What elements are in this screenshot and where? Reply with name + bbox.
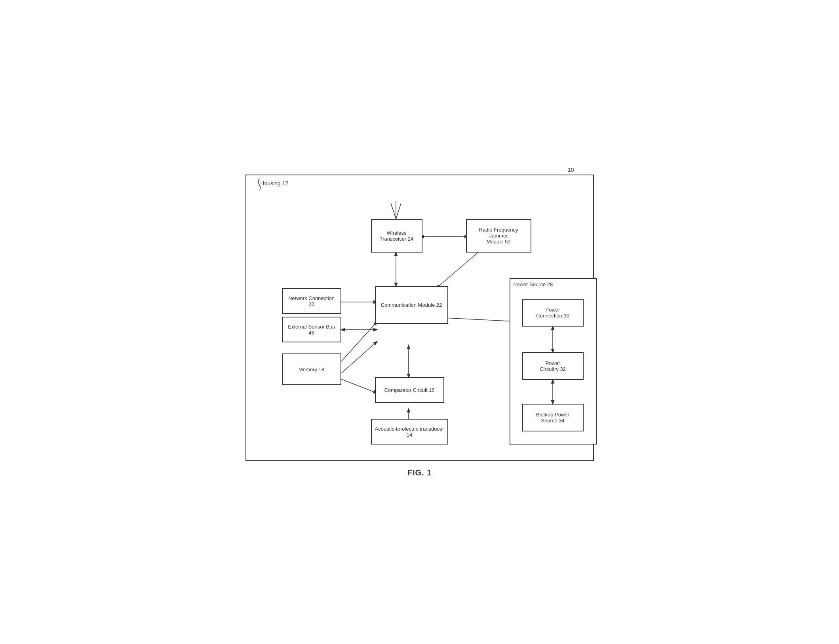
communication-module-block: Communication Module 22 <box>375 286 448 324</box>
svg-line-0 <box>391 203 396 219</box>
housing-label: Housing 12 <box>261 180 289 186</box>
backup-power-block: Backup PowerSource 34 <box>522 404 584 431</box>
svg-line-8 <box>341 322 377 361</box>
power-source-label: Power Source 28 <box>514 281 553 287</box>
svg-line-2 <box>396 203 401 219</box>
rf-jammer-block: Radio Frequency JammerModule 50 <box>466 219 531 253</box>
power-circuitry-block: PowerCircuitry 32 <box>522 352 584 380</box>
svg-line-9 <box>341 342 377 373</box>
acoustic-transducer-block: Acoustic-to-electric transducer14 <box>371 419 448 445</box>
power-source-box: Power Source 28 PowerConnection 30 Power… <box>510 278 597 445</box>
diagram-area: WirelessTransceiver 24 Radio Frequency J… <box>254 195 585 448</box>
svg-line-5 <box>436 253 478 288</box>
main-diagram-box: Housing 12 <box>245 175 594 461</box>
page-container: 10 Housing 12 <box>242 167 598 477</box>
network-connection-block: Network Connection 20 <box>282 288 341 314</box>
memory-block: Memory 18 <box>282 353 341 385</box>
external-sensor-bus-block: External Sensor Bus 46 <box>282 317 341 342</box>
comparator-circuit-block: Comparator Circuit 16 <box>375 377 444 403</box>
svg-line-11 <box>341 379 377 393</box>
wireless-transceiver-block: WirelessTransceiver 24 <box>371 219 422 253</box>
power-connection-block: PowerConnection 30 <box>522 299 584 327</box>
reference-number: 10 <box>568 167 574 173</box>
fig-label: FIG. 1 <box>407 468 432 477</box>
